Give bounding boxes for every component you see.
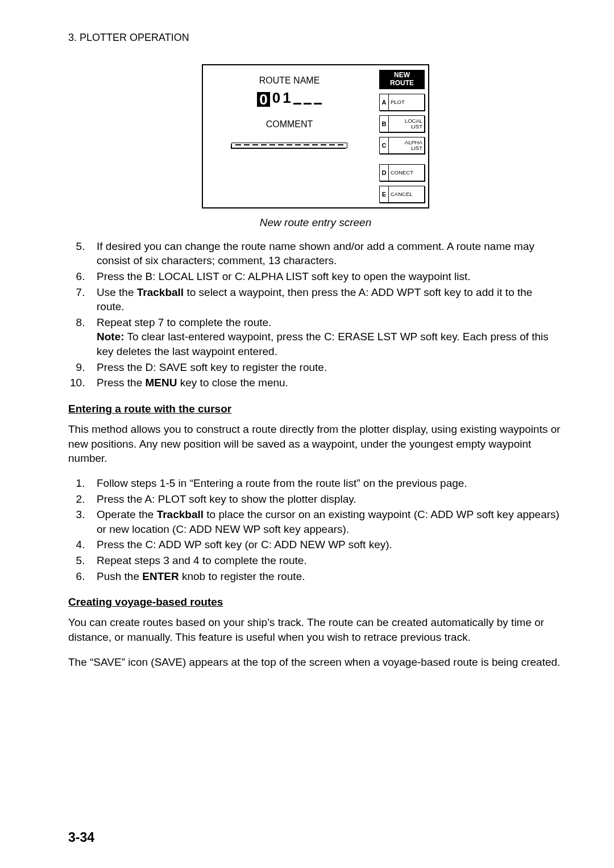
step-8: Repeat step 7 to complete the route. Not… [91, 315, 563, 359]
comment-blank [295, 144, 301, 145]
softkey-label: CONECT [389, 170, 424, 176]
softkey-label: LOCALLIST [389, 118, 424, 130]
route-name-blank [293, 103, 301, 105]
trackball-term: Trackball [137, 286, 184, 298]
route-name-char-0: 0 [257, 92, 269, 107]
step2-3: Operate the Trackball to place the curso… [91, 507, 563, 536]
softkey-a-plot[interactable]: A PLOT [379, 94, 425, 111]
paragraph-voyage-1: You can create routes based on your ship… [68, 615, 563, 644]
softkey-b-local-list[interactable]: B LOCALLIST [379, 115, 425, 132]
softkey-letter: D [380, 165, 389, 181]
steps-list-2: Follow steps 1-5 in “Entering a route fr… [68, 476, 563, 583]
trackball-term: Trackball [157, 508, 204, 520]
paragraph-voyage-2: The “SAVE” icon (SAVE) appears at the to… [68, 655, 563, 670]
comment-blank [235, 144, 241, 145]
softkey-column: NEWROUTE A PLOT B LOCALLIST C ALPHALIST … [376, 65, 428, 207]
enter-knob-term: ENTER [142, 570, 179, 582]
route-name-char-2: 1 [283, 89, 291, 107]
paragraph-cursor-intro: This method allows you to construct a ro… [68, 422, 563, 466]
softkey-letter: C [380, 137, 389, 153]
comment-blank [338, 144, 343, 145]
softkey-label: ALPHALIST [389, 140, 424, 151]
subheading-voyage-routes: Creating voyage-based routes [68, 596, 563, 608]
steps-list-1: If desired you can change the route name… [68, 239, 563, 390]
comment-blank [252, 144, 258, 145]
screen-left-panel: ROUTE NAME 0 0 1 COMMENT [203, 65, 376, 207]
menu-key-term: MENU [146, 377, 177, 389]
step2-4: Press the C: ADD WP soft key (or C: ADD … [91, 537, 563, 552]
step-5: If desired you can change the route name… [91, 239, 563, 268]
page-header: 3. PLOTTER OPERATION [68, 32, 563, 44]
softkey-e-cancel[interactable]: E CANCEL [379, 186, 425, 203]
step2-1: Follow steps 1-5 in “Entering a route fr… [91, 476, 563, 491]
screen-title: NEWROUTE [379, 70, 425, 89]
note-label: Note: [97, 331, 125, 343]
route-name-label: ROUTE NAME [259, 76, 320, 86]
comment-blank [312, 144, 318, 145]
comment-label: COMMENT [266, 119, 313, 130]
softkey-letter: A [380, 94, 389, 110]
comment-blank [321, 144, 326, 145]
route-entry-screen: ROUTE NAME 0 0 1 COMMENT [202, 64, 429, 208]
comment-blank [269, 144, 275, 145]
route-name-char-1: 0 [272, 89, 280, 107]
softkey-letter: E [380, 186, 389, 202]
route-name-blank [304, 103, 312, 105]
step-6: Press the B: LOCAL LIST or C: ALPHA LIST… [91, 269, 563, 284]
softkey-label: PLOT [389, 99, 424, 105]
step2-5: Repeat steps 3 and 4 to complete the rou… [91, 553, 563, 568]
page-number: 3-34 [68, 830, 94, 845]
softkey-label: CANCEL [389, 191, 424, 197]
step-10: Press the MENU key to close the menu. [91, 375, 563, 390]
route-name-blank [314, 103, 322, 105]
route-name-value: 0 0 1 [257, 89, 321, 107]
softkey-d-conect[interactable]: D CONECT [379, 164, 425, 181]
step-9: Press the D: SAVE soft key to register t… [91, 360, 563, 375]
figure-container: ROUTE NAME 0 0 1 COMMENT [68, 64, 563, 208]
comment-field [232, 143, 347, 148]
softkey-letter: B [380, 116, 389, 132]
comment-blank [287, 144, 292, 145]
subheading-cursor-route: Entering a route with the cursor [68, 403, 563, 415]
comment-blank [304, 144, 309, 145]
figure-caption: New route entry screen [68, 216, 563, 229]
comment-blank [244, 144, 250, 145]
step2-6: Push the ENTER knob to register the rout… [91, 569, 563, 584]
step2-2: Press the A: PLOT soft key to show the p… [91, 492, 563, 507]
step-7: Use the Trackball to select a waypoint, … [91, 285, 563, 314]
comment-blank [329, 144, 335, 145]
softkey-c-alpha-list[interactable]: C ALPHALIST [379, 137, 425, 154]
comment-blank [261, 144, 267, 145]
comment-blank [278, 144, 284, 145]
